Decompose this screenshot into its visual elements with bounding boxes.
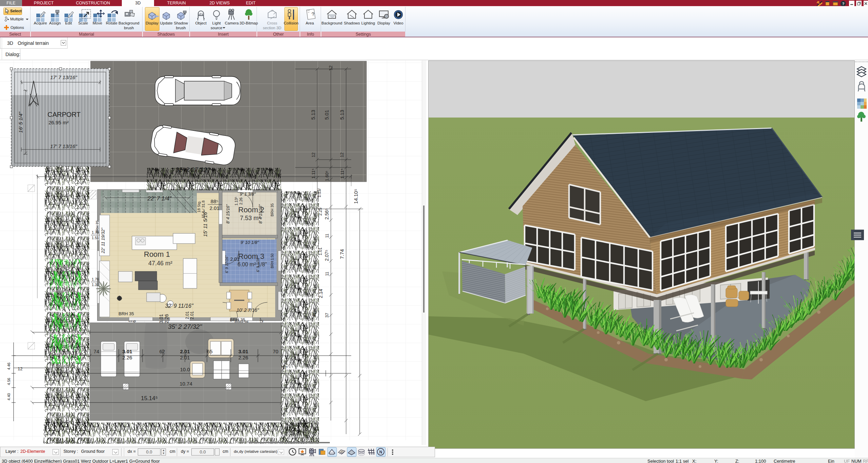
svg-text:3.01: 3.01 — [238, 349, 248, 354]
svg-text:2.07⁵: 2.07⁵ — [324, 250, 329, 261]
svg-text:2.01: 2.01 — [180, 355, 190, 360]
svg-text:17' 7 13/16": 17' 7 13/16" — [50, 143, 77, 149]
svg-text:CARPORT: CARPORT — [48, 111, 80, 118]
svg-text:4.56: 4.56 — [7, 378, 11, 385]
svg-text:32' 9 11/16": 32' 9 11/16" — [165, 303, 193, 309]
svg-text:37: 37 — [324, 313, 329, 318]
svg-text:18 Stg.: 18 Stg. — [197, 201, 201, 213]
svg-text:Room 1: Room 1 — [144, 250, 170, 259]
svg-text:62: 62 — [159, 349, 165, 354]
svg-text:1.60⁵: 1.60⁵ — [324, 171, 329, 181]
svg-text:12: 12 — [311, 153, 316, 157]
svg-text:8' 4 15/16": 8' 4 15/16" — [226, 204, 230, 224]
svg-text:2.01: 2.01 — [230, 256, 239, 262]
svg-text:2.01: 2.01 — [190, 311, 194, 319]
svg-text:1.31: 1.31 — [92, 283, 99, 287]
svg-text:BRH 35: BRH 35 — [270, 203, 274, 217]
svg-text:15.14⁵: 15.14⁵ — [141, 395, 158, 402]
svg-text:1.13⁵: 1.13⁵ — [234, 197, 238, 206]
svg-text:5.01: 5.01 — [324, 110, 329, 120]
svg-text:BRH 35: BRH 35 — [118, 311, 134, 316]
svg-text:4.46: 4.46 — [7, 362, 11, 370]
svg-text:2.26: 2.26 — [239, 197, 243, 204]
svg-text:2.26: 2.26 — [164, 314, 169, 323]
svg-text:16' 5 1/4": 16' 5 1/4" — [18, 111, 23, 133]
svg-text:70: 70 — [273, 349, 279, 354]
svg-text:11: 11 — [325, 271, 329, 276]
svg-text:15' 11 5/16": 15' 11 5/16" — [202, 210, 208, 237]
svg-text:BRH 35: BRH 35 — [230, 317, 245, 322]
svg-text:65: 65 — [207, 349, 213, 354]
svg-text:10' 2 7/16": 10' 2 7/16" — [237, 307, 259, 313]
svg-text:7.53 m²: 7.53 m² — [240, 215, 261, 221]
svg-text:1.11⁵: 1.11⁵ — [311, 168, 316, 179]
svg-text:14.10⁵: 14.10⁵ — [353, 189, 359, 204]
svg-text:10.0: 10.0 — [180, 367, 190, 372]
svg-text:10.74: 10.74 — [180, 381, 192, 387]
svg-text:47.46 m²: 47.46 m² — [148, 260, 172, 267]
svg-text:11: 11 — [325, 233, 329, 238]
svg-text:3.01: 3.01 — [158, 314, 164, 323]
svg-text:9' 1 3/8": 9' 1 3/8" — [240, 192, 256, 197]
svg-text:2.01: 2.01 — [209, 205, 219, 211]
svg-text:5.13: 5.13 — [339, 110, 345, 120]
svg-text:2.01: 2.01 — [180, 349, 190, 354]
svg-text:22' 7 1/4": 22' 7 1/4" — [147, 195, 172, 202]
svg-text:8' 4 15/16": 8' 4 15/16" — [258, 204, 263, 224]
svg-text:2.56⁵: 2.56⁵ — [324, 208, 329, 219]
svg-text:2.26: 2.26 — [122, 355, 132, 360]
svg-text:6.00 m² 1/8": 6.00 m² 1/8" — [238, 262, 267, 267]
svg-text:7.74: 7.74 — [339, 249, 345, 259]
svg-text:1.51: 1.51 — [92, 236, 99, 240]
svg-text:74: 74 — [94, 349, 99, 354]
svg-text:Room 3: Room 3 — [238, 252, 264, 261]
svg-text:2.01: 2.01 — [185, 311, 190, 319]
svg-text:4.40: 4.40 — [7, 393, 11, 400]
svg-text:12: 12 — [328, 66, 333, 70]
svg-text:1.11⁵: 1.11⁵ — [340, 168, 345, 179]
svg-text:17' 7 13/16": 17' 7 13/16" — [50, 74, 77, 80]
svg-text:88⁵: 88⁵ — [211, 198, 219, 204]
svg-text:6' 9 1/16": 6' 9 1/16" — [256, 256, 260, 272]
svg-text:3.01: 3.01 — [122, 349, 132, 354]
svg-text:N: N — [379, 450, 382, 455]
svg-text:26.95 m²: 26.95 m² — [49, 120, 69, 125]
svg-text:12: 12 — [18, 366, 22, 371]
svg-text:12: 12 — [339, 153, 344, 157]
svg-text:2.26: 2.26 — [238, 355, 248, 360]
svg-text:1.76: 1.76 — [92, 277, 99, 281]
svg-text:6' 9 17/16": 6' 9 17/16" — [225, 255, 229, 273]
svg-text:9' 10 1/8": 9' 10 1/8" — [241, 240, 259, 245]
svg-text:22' 11 19/32": 22' 11 19/32" — [100, 227, 106, 253]
svg-text:35' 2 27/32": 35' 2 27/32" — [168, 323, 202, 330]
svg-text:?: ? — [842, 2, 845, 6]
svg-text:1.76: 1.76 — [92, 230, 99, 234]
svg-text:5.13: 5.13 — [310, 110, 316, 120]
svg-text:BRH 1.50: BRH 1.50 — [270, 253, 274, 268]
